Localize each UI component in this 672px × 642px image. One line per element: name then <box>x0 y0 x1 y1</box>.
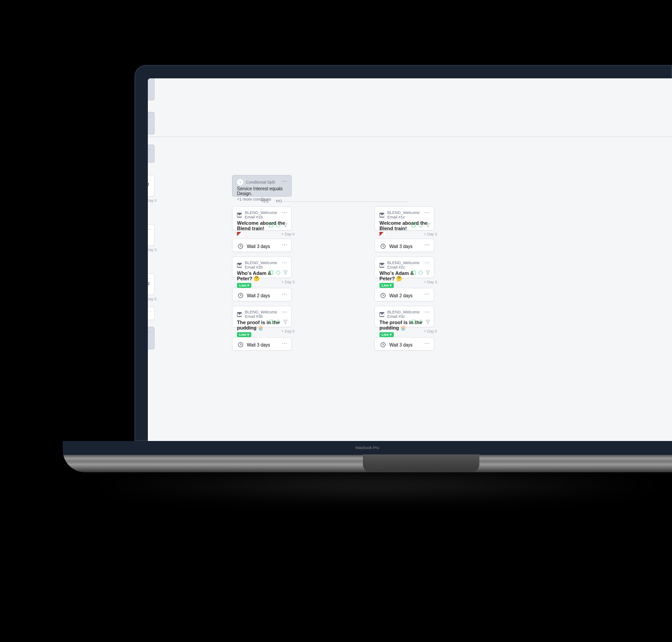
day-label: + Day 5 <box>281 329 295 334</box>
metric-icon <box>418 270 423 275</box>
node-menu-icon[interactable]: ⋯ <box>148 227 151 233</box>
email-label: BLEND_Welcome Email #1b <box>245 210 287 219</box>
email-node-3b[interactable]: ⋯ BLEND_Welcome Email #3b The proof is i… <box>232 306 292 327</box>
node-menu-icon[interactable]: ⋯ <box>148 178 151 184</box>
node-menu-icon[interactable]: ⋯ <box>282 210 288 216</box>
conditional-marketing-node[interactable]: ⋯ t equals Marketing. <box>148 145 155 163</box>
email-node-3a[interactable]: ⋯ Email #3a n the pudding 🧁 <box>148 274 155 295</box>
email-label: BLEND_Welcome Email #2b <box>245 261 287 270</box>
node-menu-icon[interactable]: ⋯ <box>282 291 288 297</box>
email-node-2b[interactable]: ⋯ BLEND_Welcome Email #2b Who's Adam & P… <box>232 257 292 278</box>
clock-icon <box>380 342 386 347</box>
metric-icon <box>276 223 280 227</box>
node-menu-icon[interactable]: ⋯ <box>424 260 430 266</box>
wait-title: Wait 3 days <box>247 244 270 249</box>
node-menu-icon[interactable]: ⋯ <box>424 242 430 248</box>
wait-node-c1[interactable]: ⋯ Wait 3 days <box>375 239 434 252</box>
node-menu-icon[interactable]: ⋯ <box>424 309 430 315</box>
branch-no: NO <box>276 199 282 203</box>
split-icon: ⑂ <box>237 179 243 185</box>
metric-icon <box>418 223 423 227</box>
metric-icon <box>276 320 280 324</box>
svg-point-19 <box>419 271 422 274</box>
flow-canvas[interactable]: subscribes to ⋯ sational Welcome YES NO … <box>148 78 672 441</box>
day-label: + Day 0 <box>148 198 157 203</box>
email-icon <box>237 263 242 268</box>
wait-title: Wait 2 days <box>389 293 413 298</box>
email-label: BLEND_Welcome Email #3c <box>387 310 429 319</box>
branch-yes: YES <box>261 199 269 203</box>
node-menu-icon[interactable]: ⋯ <box>282 260 288 266</box>
node-menu-icon[interactable]: ⋯ <box>424 210 430 216</box>
day-label: + Day 3 <box>148 248 157 252</box>
device-label: Macbook Pro <box>63 445 672 450</box>
node-menu-icon[interactable]: ⋯ <box>148 276 151 282</box>
wait-title: Wait 3 days <box>389 244 413 249</box>
svg-rect-18 <box>412 271 415 274</box>
node-menu-icon[interactable]: ⋯ <box>282 309 288 315</box>
node-menu-icon[interactable]: ⋯ <box>282 340 288 347</box>
metric-icon <box>411 270 416 275</box>
node-menu-icon[interactable]: ⋯ <box>148 330 151 335</box>
clock-icon <box>238 293 243 298</box>
svg-rect-21 <box>412 320 415 324</box>
status-badge[interactable]: Live ▾ <box>237 332 251 337</box>
svg-rect-12 <box>269 320 273 324</box>
filter-icon <box>283 320 288 324</box>
node-menu-icon[interactable]: ⋯ <box>148 115 151 120</box>
conditional-welcome-node[interactable]: ⋯ sational Welcome <box>148 112 155 134</box>
email-node-2a[interactable]: ⋯ Email #2a Peter? 🤔 <box>148 224 155 246</box>
clock-icon <box>380 293 386 298</box>
conditional-active-node[interactable]: ⋯ Site at least once s flow. <box>148 327 155 349</box>
email-icon <box>379 312 384 317</box>
day-label: + Day 0 <box>424 232 437 236</box>
laptop-frame: subscribes to ⋯ sational Welcome YES NO … <box>134 65 672 441</box>
split-title: Service Interest equals Design. <box>237 186 287 196</box>
laptop-notch <box>363 454 479 472</box>
filter-icon <box>426 223 430 227</box>
status-badge[interactable]: Live ▾ <box>237 283 251 288</box>
wait-node-stub[interactable]: ⋯ <box>148 307 155 320</box>
email-node-1b[interactable]: ⋯ BLEND_Welcome Email #1b Welcome aboard… <box>232 206 292 231</box>
wait-node-b2[interactable]: ⋯ Wait 2 days <box>232 288 292 301</box>
wait-node-c2[interactable]: ⋯ Wait 2 days <box>375 288 434 301</box>
email-node-1c[interactable]: ⋯ BLEND_Welcome Email #1c Welcome aboard… <box>375 206 434 231</box>
metric-icon <box>269 320 273 324</box>
connector-line <box>148 137 672 137</box>
filter-icon <box>283 270 288 275</box>
metric-icon <box>269 270 273 275</box>
wait-node-b1[interactable]: ⋯ Wait 3 days <box>232 239 292 252</box>
node-menu-icon[interactable]: ⋯ <box>424 340 430 347</box>
svg-point-22 <box>419 320 422 324</box>
conditional-split-design[interactable]: ⋯ ⑂ Conditional Split Service Interest e… <box>232 175 292 197</box>
status-badge[interactable]: Live ▾ <box>379 283 394 288</box>
email-node-1a[interactable]: ⋯ Email #1a ard the Blend train! <box>148 175 155 197</box>
email-icon <box>237 213 242 218</box>
status-badge[interactable]: Live ▾ <box>379 332 394 337</box>
node-menu-icon[interactable]: ⋯ <box>148 309 151 315</box>
svg-point-7 <box>276 223 280 227</box>
trigger-node[interactable]: subscribes to <box>148 78 155 100</box>
wait-node-b3[interactable]: ⋯ Wait 3 days <box>232 337 292 351</box>
node-menu-icon[interactable]: ⋯ <box>424 291 430 297</box>
filter-icon <box>426 320 430 324</box>
email-node-3c[interactable]: ⋯ BLEND_Welcome Email #3c The proof is i… <box>375 306 434 327</box>
wait-node-c3[interactable]: ⋯ Wait 3 days <box>375 337 434 351</box>
wait-title: Wait 3 days <box>247 342 270 347</box>
svg-point-16 <box>419 223 422 227</box>
clock-icon <box>238 244 243 249</box>
metric-icon <box>269 223 273 227</box>
day-label: + Day 0 <box>281 232 295 236</box>
node-menu-icon[interactable]: ⋯ <box>282 178 288 184</box>
svg-rect-9 <box>269 271 273 274</box>
svg-point-13 <box>276 320 280 324</box>
laptop-shadow <box>81 472 672 499</box>
day-label: + Day 3 <box>281 280 295 284</box>
email-icon <box>379 263 384 268</box>
email-thumbnail <box>379 232 386 236</box>
connector-line <box>278 201 408 202</box>
node-menu-icon[interactable]: ⋯ <box>148 147 151 153</box>
email-node-2c[interactable]: ⋯ BLEND_Welcome Email #2c Who's Adam & P… <box>375 257 434 278</box>
node-menu-icon[interactable]: ⋯ <box>282 242 288 248</box>
svg-point-10 <box>276 271 280 274</box>
